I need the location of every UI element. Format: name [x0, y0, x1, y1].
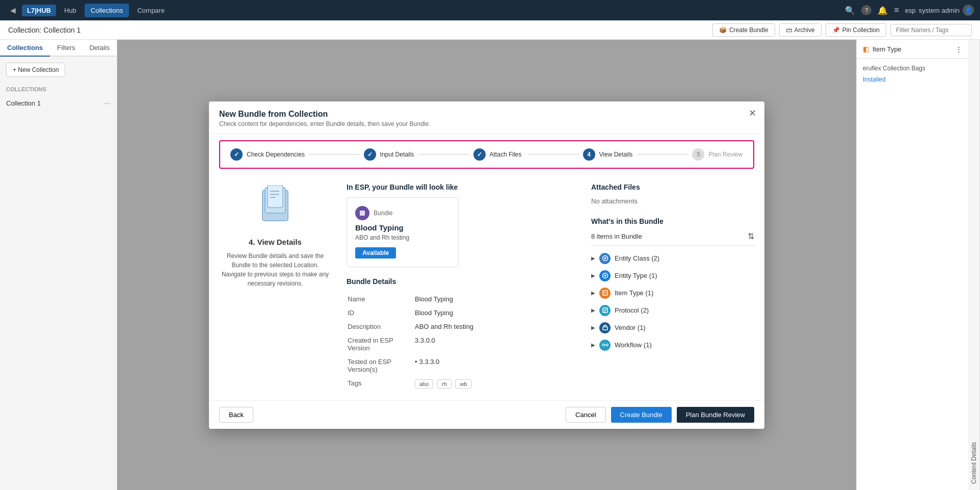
protocol-icon [599, 305, 611, 316]
sidebar-tab-details[interactable]: Details [82, 40, 117, 57]
footer-right-actions: Cancel Create Bundle Plan Bundle Review [566, 407, 754, 423]
bundle-status-badge: Available [355, 247, 396, 259]
preview-heading: In ESP, your Bundle will look like [347, 183, 576, 191]
item-type-label-panel: Item Type [872, 45, 902, 53]
field-label-name: Name [348, 293, 414, 305]
item-arrow-icon: ▶ [591, 273, 595, 278]
main-layout: Collections Filters Details + New Collec… [0, 40, 980, 490]
step-check-dependencies[interactable]: ✓ Check Dependencies [230, 148, 305, 161]
back-button[interactable]: Back [219, 407, 253, 423]
modal-close-button[interactable]: ✕ [749, 108, 756, 119]
create-bundle-button[interactable]: 📦 Create Bundle [712, 23, 775, 37]
nav-item-compare[interactable]: Compare [131, 4, 170, 17]
sidebar-tab-collections[interactable]: Collections [0, 40, 50, 57]
sidebar-tab-filters[interactable]: Filters [50, 40, 82, 57]
pin-collection-button[interactable]: 📌 Pin Collection [826, 23, 886, 37]
nav-item-hub[interactable]: Hub [58, 4, 83, 17]
sidebar-item-menu-icon[interactable]: ⋯ [104, 99, 111, 107]
workflow-label: Workflow (1) [615, 341, 652, 349]
field-label-tags: Tags [348, 377, 414, 391]
item-value: eruflex Collection Bags [863, 65, 962, 72]
table-row: Name Blood Typing [348, 293, 575, 305]
step-plan-review[interactable]: 5 Plan Review [692, 148, 743, 161]
tag-rh: rh [437, 379, 452, 389]
field-value-description: ABO and Rh testing [415, 320, 575, 333]
item-arrow-icon: ▶ [591, 325, 595, 330]
back-button[interactable]: ◀ [6, 4, 20, 16]
middle-section: In ESP, your Bundle will look like Bundl… [347, 175, 576, 392]
list-item[interactable]: ▶ Item Type (1) [591, 285, 754, 302]
archive-label: Archive [794, 27, 815, 34]
plan-bundle-review-button[interactable]: Plan Bundle Review [677, 407, 754, 423]
attached-files-section: Attached Files No attachments [591, 183, 754, 205]
nav-logo[interactable]: L7|HUB [22, 5, 56, 16]
pin-collection-label: Pin Collection [842, 27, 880, 34]
cancel-button[interactable]: Cancel [566, 407, 605, 423]
stepper: ✓ Check Dependencies ✓ Input Details ✓ A… [219, 140, 754, 169]
whats-in-bundle-heading: What's in this Bundle [591, 217, 754, 225]
table-row: ID Blood Typing [348, 306, 575, 319]
item-arrow-icon: ▶ [591, 342, 595, 348]
bundle-details-section: Bundle Details Name Blood Typing ID Bloo… [347, 277, 576, 392]
left-section: 4. View Details Review Bundle details an… [219, 175, 331, 392]
create-bundle-button[interactable]: Create Bundle [611, 407, 672, 423]
bundle-count-label: 8 items in Bundle [591, 233, 642, 240]
archive-icon: 🗃 [786, 27, 792, 34]
lang-label: esp [905, 7, 916, 14]
svg-rect-17 [603, 327, 607, 330]
second-bar: Collection: Collection 1 📦 Create Bundle… [0, 20, 980, 40]
item-arrow-icon: ▶ [591, 290, 595, 296]
help-icon[interactable]: ? [861, 5, 871, 15]
list-item[interactable]: ▶ Protocol (2) [591, 302, 754, 319]
modal-new-bundle: New Bundle from Collection Check content… [209, 101, 764, 429]
whats-in-bundle-section: What's in this Bundle 8 items in Bundle … [591, 217, 754, 354]
step-view-details[interactable]: 4 View Details [583, 148, 633, 161]
user-avatar-icon[interactable]: 👤 [963, 5, 974, 16]
list-item[interactable]: ▶ Vendor (1) [591, 319, 754, 337]
step-label-5: Plan Review [708, 151, 743, 158]
new-collection-button[interactable]: + New Collection [6, 63, 65, 77]
list-icon[interactable]: ≡ [894, 6, 898, 15]
panel-more-icon[interactable]: ⋮ [956, 45, 962, 53]
list-item[interactable]: ▶ Entity Class (2) [591, 250, 754, 267]
modal-footer: Back Cancel Create Bundle Plan Bundle Re… [209, 400, 764, 429]
sidebar-item-collection1[interactable]: Collection 1 ⋯ [0, 95, 117, 111]
bundle-details-heading: Bundle Details [347, 277, 576, 286]
view-details-icon [255, 185, 296, 231]
archive-button[interactable]: 🗃 Archive [779, 23, 822, 37]
item-type-label: Item Type (1) [615, 289, 653, 297]
bundle-items-list: ▶ Entity Class (2) ▶ [591, 250, 754, 354]
vendor-icon [599, 322, 611, 333]
sidebar: Collections Filters Details + New Collec… [0, 40, 117, 490]
modal-header: New Bundle from Collection Check content… [209, 101, 764, 134]
workflow-icon [599, 340, 611, 351]
content-details-tab[interactable]: Content Details [968, 40, 980, 490]
svg-point-18 [602, 344, 604, 346]
nav-item-collections[interactable]: Collections [85, 4, 129, 17]
step-input-details[interactable]: ✓ Input Details [364, 148, 414, 161]
step-line-3 [528, 154, 578, 154]
svg-point-19 [606, 344, 608, 346]
search-icon[interactable]: 🔍 [845, 6, 855, 15]
field-value-id: Blood Typing [415, 306, 575, 319]
table-row: Tags abo rh wb [348, 377, 575, 391]
create-bundle-label: Create Bundle [729, 27, 769, 34]
right-panel-container: ◧ Item Type ⋮ eruflex Collection Bags In… [856, 40, 980, 490]
field-label-description: Description [348, 320, 414, 333]
field-value-created-version: 3.3.0.0 [415, 334, 575, 354]
field-label-tested-version: Tested on ESP Version(s) [348, 355, 414, 376]
sidebar-tabs: Collections Filters Details [0, 40, 117, 57]
tag-abo: abo [415, 379, 433, 389]
bell-icon[interactable]: 🔔 [878, 6, 888, 15]
step-circle-3: ✓ [473, 148, 486, 161]
bundle-card-icon [355, 206, 369, 220]
entity-class-icon [599, 253, 611, 264]
list-item[interactable]: ▶ Entity Type (1) [591, 267, 754, 285]
list-item[interactable]: ▶ Workflow (1) [591, 337, 754, 354]
bundle-count-row: 8 items in Bundle ⇅ [591, 231, 754, 246]
bundle-expand-button[interactable]: ⇅ [748, 231, 754, 241]
filter-input[interactable] [890, 24, 972, 36]
item-type-icon-panel: ◧ [863, 45, 869, 53]
field-label-created-version: Created in ESP Version [348, 334, 414, 354]
step-attach-files[interactable]: ✓ Attach Files [473, 148, 524, 161]
